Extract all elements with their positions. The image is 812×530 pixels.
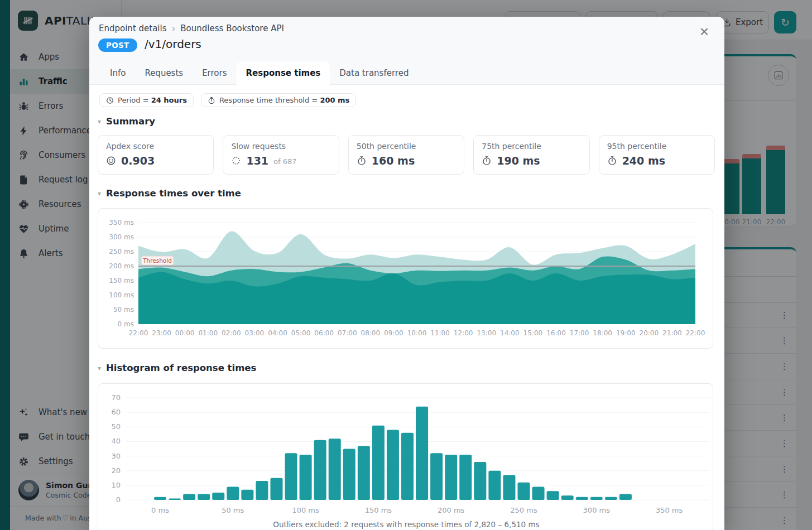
smiley-icon <box>106 156 116 166</box>
svg-text:05:00: 05:00 <box>291 329 311 337</box>
svg-text:17:00: 17:00 <box>570 329 589 337</box>
svg-text:350 ms: 350 ms <box>656 506 683 514</box>
svg-text:11:00: 11:00 <box>430 329 450 337</box>
svg-text:40: 40 <box>111 437 121 445</box>
breadcrumb-current: Boundless Bookstore API <box>180 23 284 33</box>
chevron-right-icon: › <box>172 24 176 33</box>
svg-text:200 ms: 200 ms <box>438 506 465 514</box>
modal-tabs: Info Requests Errors Response times Data… <box>100 61 418 85</box>
svg-text:14:00: 14:00 <box>500 329 520 337</box>
method-badge: POST <box>98 38 137 52</box>
collapse-triangle-icon: ▾ <box>98 118 101 126</box>
p95-card: 95th percentile 240 ms <box>599 135 715 175</box>
svg-text:09:00: 09:00 <box>384 329 403 337</box>
collapse-triangle-icon: ▾ <box>98 364 101 372</box>
period-filter-badge[interactable]: Period = 24 hours <box>99 93 194 107</box>
svg-text:Threshold: Threshold <box>142 257 172 264</box>
svg-text:300 ms: 300 ms <box>109 233 134 241</box>
threshold-filter-badge[interactable]: Response time threshold = 200 ms <box>201 93 356 107</box>
close-icon[interactable]: × <box>696 23 712 40</box>
slow-requests-card: Slow requests 131 of 687 <box>223 135 339 175</box>
svg-text:16:00: 16:00 <box>546 329 566 337</box>
outliers-note: Outliers excluded: 2 requests with respo… <box>273 520 539 529</box>
svg-text:08:00: 08:00 <box>361 329 381 337</box>
svg-text:100 ms: 100 ms <box>109 291 134 299</box>
histogram-section-header[interactable]: ▾ Histogram of response times <box>98 363 256 373</box>
svg-text:150 ms: 150 ms <box>365 506 392 514</box>
svg-text:30: 30 <box>111 452 121 460</box>
svg-text:04:00: 04:00 <box>268 329 287 337</box>
svg-text:23:00: 23:00 <box>152 329 171 337</box>
svg-text:21:00: 21:00 <box>662 329 682 337</box>
endpoint-details-modal: Endpoint details › Boundless Bookstore A… <box>89 17 724 530</box>
tab-data-transferred[interactable]: Data transferred <box>330 61 418 85</box>
svg-text:250 ms: 250 ms <box>510 506 537 514</box>
svg-text:22:00: 22:00 <box>686 329 705 337</box>
modal-header: Endpoint details › Boundless Bookstore A… <box>89 17 724 85</box>
summary-cards: Apdex score 0.903 Slow requests 131 of 6… <box>98 135 715 175</box>
tab-requests[interactable]: Requests <box>135 61 193 85</box>
stopwatch-icon <box>607 156 617 166</box>
p75-card: 75th percentile 190 ms <box>473 135 589 175</box>
response-times-histogram: 0102030405060700 ms50 ms100 ms150 ms200 … <box>98 383 713 530</box>
svg-text:22:00: 22:00 <box>129 329 148 337</box>
over-time-section-header[interactable]: ▾ Response times over time <box>98 188 241 199</box>
summary-section-header[interactable]: ▾ Summary <box>98 116 155 127</box>
svg-text:01:00: 01:00 <box>198 329 218 337</box>
tab-info[interactable]: Info <box>100 61 135 85</box>
svg-text:06:00: 06:00 <box>314 329 334 337</box>
svg-text:70: 70 <box>111 393 121 402</box>
svg-text:10:00: 10:00 <box>407 329 427 337</box>
svg-text:200 ms: 200 ms <box>109 262 134 270</box>
tab-response-times[interactable]: Response times <box>237 61 330 85</box>
svg-text:20: 20 <box>111 466 121 475</box>
svg-text:0: 0 <box>116 495 121 504</box>
svg-text:12:00: 12:00 <box>454 329 473 337</box>
svg-text:0 ms: 0 ms <box>118 320 134 328</box>
svg-text:02:00: 02:00 <box>222 329 241 337</box>
svg-text:15:00: 15:00 <box>523 329 543 337</box>
svg-text:00:00: 00:00 <box>175 329 195 337</box>
endpoint-path: /v1/orders <box>145 37 201 51</box>
svg-text:0 ms: 0 ms <box>151 506 169 514</box>
stopwatch-icon <box>208 97 215 104</box>
dotted-circle-icon <box>231 156 241 166</box>
svg-text:350 ms: 350 ms <box>109 219 134 227</box>
svg-text:20:00: 20:00 <box>640 329 659 337</box>
svg-text:07:00: 07:00 <box>338 329 357 337</box>
svg-text:19:00: 19:00 <box>616 329 636 337</box>
svg-text:100 ms: 100 ms <box>292 506 319 514</box>
svg-text:50 ms: 50 ms <box>222 506 244 514</box>
filter-badges: Period = 24 hours Response time threshol… <box>99 93 356 107</box>
modal-content: Period = 24 hours Response time threshol… <box>89 85 724 530</box>
stopwatch-icon <box>482 156 492 166</box>
svg-text:03:00: 03:00 <box>245 329 265 337</box>
svg-text:18:00: 18:00 <box>593 329 612 337</box>
svg-text:13:00: 13:00 <box>477 329 496 337</box>
p50-card: 50th percentile 160 ms <box>348 135 464 175</box>
app-root: APITALLY Apps Traffic Errors Performanc <box>0 0 812 530</box>
breadcrumb-parent[interactable]: Endpoint details <box>99 23 167 33</box>
svg-text:50 ms: 50 ms <box>113 306 134 314</box>
svg-text:10: 10 <box>111 481 121 489</box>
clock-icon <box>106 97 114 104</box>
svg-text:150 ms: 150 ms <box>109 277 134 285</box>
svg-text:50: 50 <box>111 422 121 431</box>
stopwatch-icon <box>357 156 367 166</box>
svg-text:60: 60 <box>111 408 121 416</box>
breadcrumb: Endpoint details › Boundless Bookstore A… <box>99 23 284 33</box>
apdex-score-card: Apdex score 0.903 <box>98 135 214 175</box>
collapse-triangle-icon: ▾ <box>98 190 101 197</box>
svg-text:250 ms: 250 ms <box>109 248 134 256</box>
tab-errors[interactable]: Errors <box>193 61 236 85</box>
svg-text:300 ms: 300 ms <box>583 506 611 514</box>
response-times-area-chart: 0 ms50 ms100 ms150 ms200 ms250 ms300 ms3… <box>98 208 713 349</box>
